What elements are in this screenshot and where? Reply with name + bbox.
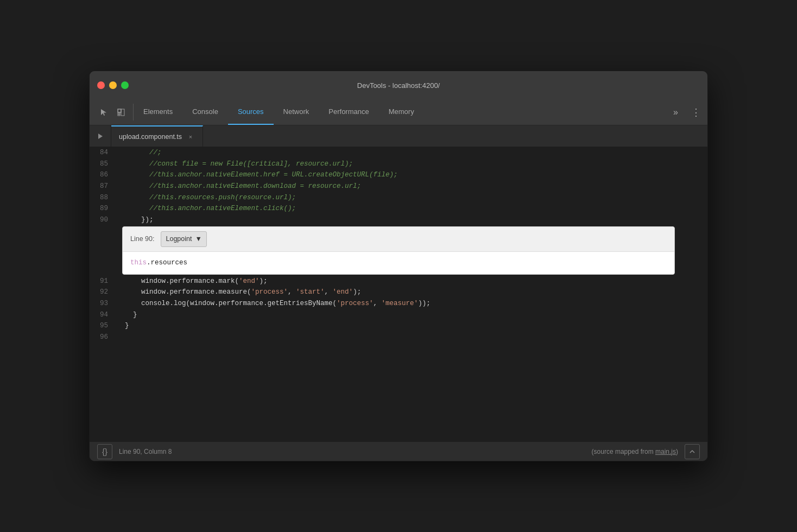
- logpoint-input-display: this.resources: [130, 259, 187, 267]
- format-icon[interactable]: {}: [97, 444, 112, 459]
- logpoint-header: Line 90: Logpoint ▼: [123, 227, 674, 252]
- file-tab-close-button[interactable]: ×: [186, 132, 195, 141]
- status-right: (source mapped from main.js): [592, 444, 700, 459]
- tab-memory[interactable]: Memory: [379, 99, 424, 125]
- code-editor: 84 //; 85 //const file = new File([criti…: [90, 147, 707, 441]
- svg-rect-1: [118, 113, 120, 114]
- file-tab-name: upload.component.ts: [119, 133, 182, 141]
- devtools-icon-group: [92, 99, 133, 125]
- file-tab-bar: upload.component.ts ×: [90, 125, 707, 147]
- table-row: 86 //this.anchor.nativeElement.href = UR…: [90, 169, 707, 181]
- cursor-icon[interactable]: [96, 105, 111, 120]
- file-tab-upload[interactable]: upload.component.ts ×: [111, 125, 203, 147]
- window-title: DevTools - localhost:4200/: [357, 81, 440, 90]
- table-row: 90 });: [90, 214, 707, 226]
- tab-elements[interactable]: Elements: [134, 99, 182, 125]
- table-row: 95 }: [90, 320, 707, 332]
- navigate-up-button[interactable]: [685, 444, 700, 459]
- title-bar: DevTools - localhost:4200/: [90, 71, 707, 99]
- traffic-lights: [97, 81, 129, 89]
- svg-rect-3: [121, 109, 124, 116]
- code-scroll[interactable]: 84 //; 85 //const file = new File([criti…: [90, 147, 707, 441]
- cursor-position: Line 90, Column 8: [119, 448, 172, 455]
- tab-sources[interactable]: Sources: [228, 99, 274, 125]
- more-tabs-button[interactable]: »: [667, 99, 685, 125]
- table-row: 91 window.performance.mark('end');: [90, 276, 707, 287]
- logpoint-type-label: Logpoint: [166, 233, 192, 245]
- table-row: 85 //const file = new File([critical], r…: [90, 159, 707, 170]
- tab-network[interactable]: Network: [274, 99, 319, 125]
- svg-rect-2: [118, 115, 120, 116]
- chevron-down-icon: ▼: [195, 233, 201, 245]
- table-row: 88 //this.resources.push(resource.url);: [90, 192, 707, 204]
- devtools-window: DevTools - localhost:4200/ Elements: [89, 71, 708, 461]
- table-row: 96: [90, 332, 707, 343]
- svg-rect-0: [118, 109, 121, 112]
- tab-performance[interactable]: Performance: [319, 99, 378, 125]
- devtools-menu-button[interactable]: ⋮: [685, 99, 707, 125]
- close-button[interactable]: [97, 81, 105, 89]
- table-row: 92 window.performance.measure('process',…: [90, 287, 707, 298]
- panel-tabs: Elements Console Sources Network Perform…: [134, 99, 667, 125]
- run-icon: [90, 125, 111, 147]
- status-bar: {} Line 90, Column 8 (source mapped from…: [90, 441, 707, 461]
- code-table: 84 //; 85 //const file = new File([criti…: [90, 147, 707, 225]
- minimize-button[interactable]: [109, 81, 117, 89]
- table-row: 93 console.log(window.performance.getEnt…: [90, 298, 707, 309]
- table-row: 84 //;: [90, 147, 707, 159]
- logpoint-popup: Line 90: Logpoint ▼ this.resources: [122, 226, 675, 274]
- source-file-link[interactable]: main.js: [655, 448, 676, 455]
- logpoint-type-button[interactable]: Logpoint ▼: [161, 231, 206, 247]
- table-row: 94 }: [90, 309, 707, 321]
- logpoint-input-row: this.resources: [123, 252, 674, 274]
- svg-rect-5: [689, 448, 695, 455]
- code-table-after: 91 window.performance.mark('end'); 92 wi…: [90, 276, 707, 343]
- table-row: 89 //this.anchor.nativeElement.click();: [90, 203, 707, 214]
- logpoint-line-label: Line 90:: [130, 233, 154, 245]
- svg-marker-4: [98, 134, 103, 139]
- table-row: 87 //this.anchor.nativeElement.download …: [90, 181, 707, 192]
- inspector-icon[interactable]: [113, 105, 129, 120]
- tab-console[interactable]: Console: [182, 99, 228, 125]
- source-mapped-text: (source mapped from main.js): [592, 448, 678, 455]
- maximize-button[interactable]: [121, 81, 129, 89]
- main-tab-bar: Elements Console Sources Network Perform…: [90, 99, 707, 125]
